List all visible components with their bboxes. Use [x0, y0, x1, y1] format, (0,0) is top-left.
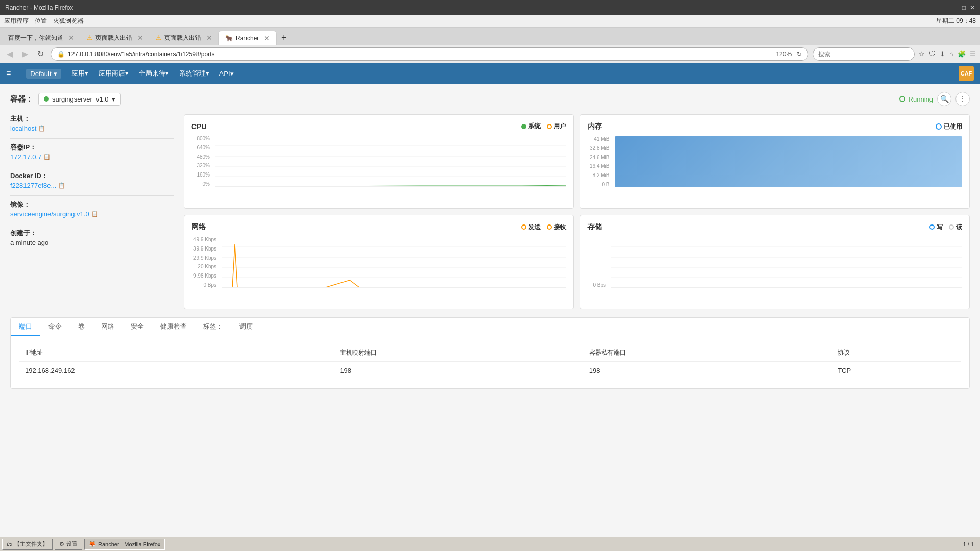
- col-ip: IP地址: [19, 344, 334, 362]
- ssl-icon: 🔒: [57, 51, 65, 58]
- storage-y-axis: 0 Bps: [587, 237, 608, 288]
- memory-bar-container: [615, 136, 962, 187]
- storage-write-dot: [929, 224, 935, 230]
- network-recv-label: 接收: [554, 223, 566, 232]
- col-container-port: 容器私有端口: [583, 344, 831, 362]
- env-dropdown-icon: ▾: [54, 70, 57, 78]
- menu-firefox[interactable]: 火狐浏览器: [53, 17, 84, 26]
- ip-value: 172.17.0.7 📋: [10, 153, 174, 161]
- memory-title: 内存: [587, 122, 602, 131]
- tab-healthcheck[interactable]: 健康检查: [152, 318, 195, 336]
- cpu-chart-area: [215, 136, 566, 187]
- cpu-title: CPU: [191, 122, 207, 131]
- menu-icon[interactable]: ☰: [970, 50, 976, 58]
- container-status-dot: [44, 96, 49, 102]
- download-icon[interactable]: ⬇: [940, 50, 945, 58]
- window-title: Rancher - Mozilla Firefox: [5, 4, 73, 11]
- reload-icon2[interactable]: ↻: [797, 51, 802, 58]
- network-chart-svg: [222, 237, 566, 287]
- tabs-section: 端口 命令 卷 网络 安全 健康检查 标签： 调度: [10, 317, 970, 389]
- tab-error2[interactable]: ⚠ 页面载入出错 ✕: [150, 31, 218, 45]
- back-btn[interactable]: ◀: [4, 48, 15, 60]
- extensions-icon[interactable]: 🧩: [958, 50, 966, 58]
- cpu-y4: 480%: [197, 154, 210, 160]
- files-icon: 🗂: [7, 541, 12, 547]
- nav-appstore[interactable]: 应用商店▾: [99, 69, 129, 78]
- table-row: 192.168.249.162 198 198 TCP: [19, 362, 961, 380]
- env-selector[interactable]: Default ▾: [26, 69, 61, 79]
- ip-copy-icon[interactable]: 📋: [43, 154, 51, 160]
- minimize-btn[interactable]: ─: [953, 4, 958, 11]
- network-send-label: 发送: [528, 223, 541, 232]
- storage-title: 存储: [587, 222, 602, 232]
- tab-rancher-close[interactable]: ✕: [264, 34, 270, 42]
- ip-label: 容器IP：: [10, 143, 174, 152]
- url-text: 127.0.0.1:8080/env/1a5/infra/containers/…: [68, 51, 215, 58]
- taskbar-files[interactable]: 🗂 【主文件夹】: [2, 539, 53, 550]
- network-y-axis: 49.9 Kbps 39.9 Kbps 29.9 Kbps 20 Kbps 9.…: [191, 237, 218, 288]
- user-initials: CAF: [961, 70, 972, 77]
- tab-rancher[interactable]: 🐂 Rancher ✕: [218, 31, 277, 45]
- storage-read-dot: [949, 224, 954, 230]
- menu-app[interactable]: 应用程序: [4, 17, 29, 26]
- window-titlebar: Rancher - Mozilla Firefox ─ □ ✕: [0, 0, 980, 15]
- env-label: Default: [30, 70, 51, 78]
- storage-chart-area: [611, 237, 962, 288]
- search-button[interactable]: 🔍: [937, 92, 951, 106]
- tab-command[interactable]: 命令: [40, 318, 70, 336]
- tab-labels[interactable]: 标签：: [195, 318, 231, 336]
- app-logo[interactable]: ≡: [6, 69, 11, 78]
- settings-icon: ⚙: [59, 541, 64, 547]
- container-selector[interactable]: surgingserver_v1.0 ▾: [38, 93, 121, 106]
- mem-y5: 32.8 MiB: [590, 145, 609, 151]
- taskbar-settings[interactable]: ⚙ 设置: [55, 539, 82, 550]
- tab-schedule[interactable]: 调度: [231, 318, 261, 336]
- cpu-system-legend-dot: [521, 124, 526, 129]
- tab-error1-label: 页面载入出错: [95, 34, 132, 42]
- tabs-content: IP地址 主机映射端口 容器私有端口 协议 192.168.249.162 19…: [11, 336, 969, 388]
- app-navbar: ≡ Default ▾ 应用▾ 应用商店▾ 全局来待▾ 系统管理▾ API▾ C…: [0, 63, 980, 84]
- container-name: surgingserver_v1.0: [52, 95, 109, 103]
- reload-btn[interactable]: ↻: [35, 48, 46, 60]
- tab-warning-icon2: ⚠: [156, 34, 161, 41]
- forward-btn[interactable]: ▶: [19, 48, 31, 60]
- url-bar[interactable]: 🔒 127.0.0.1:8080/env/1a5/infra/container…: [51, 47, 808, 61]
- tab-baidu-close[interactable]: ✕: [68, 34, 75, 42]
- menu-location[interactable]: 位置: [35, 17, 47, 26]
- taskbar-firefox[interactable]: 🦊 Rancher - Mozilla Firefox: [84, 539, 165, 550]
- tab-ports[interactable]: 端口: [11, 318, 40, 336]
- cpu-y6: 800%: [197, 136, 210, 141]
- nav-api[interactable]: API▾: [219, 70, 234, 78]
- host-copy-icon[interactable]: 📋: [38, 125, 45, 132]
- maximize-btn[interactable]: □: [962, 4, 966, 11]
- browser-tabs: 百度一下，你就知道 ✕ ⚠ 页面载入出错 ✕ ⚠ 页面载入出错 ✕ 🐂 Ranc…: [0, 28, 980, 45]
- tab-security[interactable]: 安全: [122, 318, 152, 336]
- tab-volumes[interactable]: 卷: [70, 318, 93, 336]
- info-panel: 主机： localhost 📋 容器IP： 172.17.0.7 📋 Docke…: [10, 114, 174, 309]
- nav-sysadmin[interactable]: 系统管理▾: [179, 69, 209, 78]
- home-icon[interactable]: ⌂: [949, 50, 953, 58]
- memory-y-axis: 41 MiB 32.8 MiB 24.6 MiB 16.4 MiB 8.2 Mi…: [587, 136, 611, 187]
- tab-error1-close[interactable]: ✕: [137, 34, 143, 42]
- cpu-y1: 0%: [203, 181, 210, 187]
- tab-error2-close[interactable]: ✕: [206, 34, 212, 42]
- nav-global[interactable]: 全局来待▾: [139, 69, 169, 78]
- more-options-btn[interactable]: ⋮: [955, 92, 970, 106]
- docker-copy-icon[interactable]: 📋: [58, 182, 65, 189]
- nav-apps[interactable]: 应用▾: [71, 69, 88, 78]
- user-avatar[interactable]: CAF: [959, 66, 974, 81]
- close-btn[interactable]: ✕: [970, 4, 975, 11]
- tab-error1[interactable]: ⚠ 页面载入出错 ✕: [81, 31, 150, 45]
- row-host-port: 198: [334, 362, 582, 380]
- host-value: localhost 📋: [10, 124, 174, 132]
- col-host-port: 主机映射端口: [334, 344, 582, 362]
- running-label: Running: [909, 95, 933, 103]
- search-input[interactable]: [813, 47, 915, 61]
- page-info: 1 / 1: [959, 541, 978, 547]
- image-copy-icon[interactable]: 📋: [91, 211, 99, 217]
- tab-network[interactable]: 网络: [93, 318, 122, 336]
- tab-baidu[interactable]: 百度一下，你就知道 ✕: [2, 31, 81, 45]
- cpu-y-axis: 800% 640% 480% 320% 160% 0%: [191, 136, 212, 187]
- new-tab-btn[interactable]: +: [277, 31, 291, 45]
- bookmark-star-icon[interactable]: ☆: [919, 50, 925, 58]
